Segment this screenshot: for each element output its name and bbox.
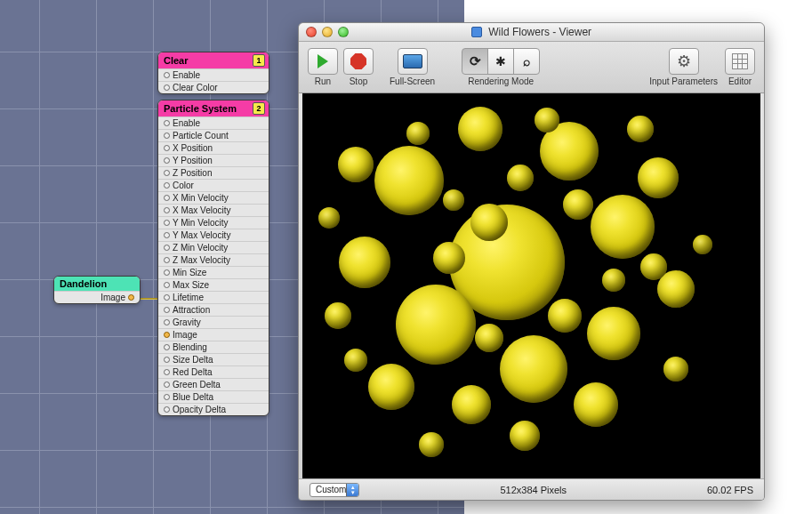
port-label: Opacity Delta	[173, 405, 226, 414]
run-button[interactable]	[308, 48, 338, 75]
particle-flower	[443, 189, 464, 211]
viewer-statusbar: Custom ▴▾ 512x384 Pixels 60.02 FPS	[299, 478, 764, 500]
node-input-port[interactable]: Y Max Velocity	[158, 229, 269, 241]
port-socket-icon	[164, 269, 170, 276]
port-socket-icon	[128, 294, 134, 301]
port-socket-icon	[164, 394, 170, 400]
node-title: Clear 1	[158, 52, 269, 68]
stop-button[interactable]	[343, 48, 374, 75]
node-particle-system[interactable]: Particle System 2 EnableParticle CountX …	[157, 100, 269, 416]
port-socket-icon	[164, 332, 170, 338]
node-input-port[interactable]: Min Size	[158, 266, 269, 278]
particle-flower	[563, 189, 593, 220]
rendering-mode-debug[interactable]: ✱	[487, 48, 514, 75]
particle-flower	[452, 385, 491, 424]
particle-flower	[374, 146, 444, 215]
reload-icon: ⟳	[470, 53, 481, 69]
port-socket-icon	[164, 182, 170, 189]
rendering-mode-reload[interactable]: ⟳	[462, 48, 488, 75]
node-input-port[interactable]: Z Min Velocity	[158, 241, 269, 253]
render-viewport	[302, 93, 760, 478]
node-clear[interactable]: Clear 1 EnableClear Color	[157, 52, 269, 94]
node-input-port[interactable]: Y Min Velocity	[158, 216, 269, 229]
node-input-port[interactable]: Z Position	[158, 166, 269, 179]
editor-button[interactable]	[725, 48, 755, 75]
node-input-port[interactable]: X Position	[158, 141, 269, 154]
node-title-text: Dandelion	[60, 278, 107, 289]
particle-flower	[406, 122, 430, 145]
particle-flower	[535, 108, 559, 133]
node-output-port[interactable]: Image	[54, 291, 140, 303]
particle-flower	[574, 382, 618, 427]
node-input-port[interactable]: Blue Delta	[158, 390, 269, 403]
node-input-port[interactable]: Size Delta	[158, 353, 269, 365]
particle-flower	[500, 335, 567, 403]
particle-flower	[640, 253, 667, 280]
node-input-port[interactable]: Z Max Velocity	[158, 253, 269, 266]
rendering-mode-inspect[interactable]: ⌕	[513, 48, 540, 75]
node-dandelion[interactable]: Dandelion Image	[53, 276, 141, 304]
node-input-port[interactable]: Image	[158, 328, 269, 341]
input-parameters-button[interactable]: ⚙	[669, 48, 699, 75]
magnifier-icon: ⌕	[523, 54, 530, 68]
port-label: X Position	[173, 143, 213, 153]
port-label: X Max Velocity	[173, 205, 231, 215]
status-fps: 60.02 FPS	[707, 485, 753, 495]
node-input-port[interactable]: Lifetime	[158, 291, 269, 303]
port-socket-icon	[164, 84, 170, 91]
node-input-port[interactable]: Green Delta	[158, 378, 269, 390]
node-input-port[interactable]: Enable	[158, 116, 269, 129]
particle-flower	[325, 302, 351, 329]
port-socket-icon	[164, 381, 170, 388]
port-socket-icon	[164, 369, 170, 375]
particle-flower	[368, 364, 414, 410]
node-input-port[interactable]: Opacity Delta	[158, 403, 269, 415]
node-title: Particle System 2	[158, 100, 269, 116]
node-input-port[interactable]: Red Delta	[158, 365, 269, 378]
port-socket-icon	[164, 195, 170, 201]
particle-flower	[663, 357, 688, 381]
node-input-port[interactable]: Attraction	[158, 303, 269, 316]
connection-wire	[140, 298, 159, 300]
node-input-port[interactable]: Max Size	[158, 278, 269, 291]
combo-value: Custom	[316, 485, 346, 494]
particle-flower	[318, 207, 340, 229]
stepper-icon[interactable]: ▴▾	[346, 484, 358, 496]
window-titlebar[interactable]: Wild Flowers - Viewer	[299, 23, 764, 42]
port-label: Color	[173, 181, 194, 190]
port-label: Blending	[173, 342, 207, 352]
port-label: Blue Delta	[173, 392, 213, 402]
node-input-port[interactable]: Gravity	[158, 316, 269, 328]
rendering-mode-segment: ⟳ ✱ ⌕	[462, 48, 540, 75]
stop-icon	[350, 53, 366, 69]
node-input-port[interactable]: Blending	[158, 341, 269, 353]
particle-flower	[458, 107, 502, 151]
node-input-port[interactable]: X Max Velocity	[158, 204, 269, 216]
status-dimensions: 512x384 Pixels	[500, 485, 567, 495]
size-preset-combo[interactable]: Custom ▴▾	[310, 483, 359, 497]
toolbar-label: Run	[315, 76, 331, 86]
particle-flower	[396, 285, 476, 365]
toolbar-label: Input Parameters	[649, 76, 718, 86]
viewer-toolbar: Run Stop Full-Screen ⟳ ✱ ⌕ Rendering Mod…	[299, 42, 764, 93]
toolbar-label: Editor	[728, 76, 752, 86]
port-label: Attraction	[173, 305, 210, 315]
port-label: Image	[100, 293, 125, 302]
port-label: Y Position	[173, 156, 213, 165]
node-order-badge: 2	[253, 102, 265, 115]
port-label: X Min Velocity	[173, 193, 229, 203]
screen-icon	[403, 54, 422, 68]
node-input-port[interactable]: Clear Color	[158, 81, 269, 93]
viewer-window[interactable]: Wild Flowers - Viewer Run Stop Full-Scre…	[298, 22, 765, 501]
node-input-port[interactable]: Color	[158, 179, 269, 191]
port-label: Enable	[173, 118, 200, 128]
particle-flower	[433, 242, 465, 274]
node-input-port[interactable]: Particle Count	[158, 129, 269, 141]
port-label: Z Position	[173, 168, 212, 178]
node-input-port[interactable]: X Min Velocity	[158, 191, 269, 204]
port-socket-icon	[164, 319, 170, 325]
node-input-port[interactable]: Enable	[158, 68, 269, 81]
fullscreen-button[interactable]	[398, 48, 428, 75]
particle-flower	[419, 432, 444, 457]
node-input-port[interactable]: Y Position	[158, 154, 269, 166]
